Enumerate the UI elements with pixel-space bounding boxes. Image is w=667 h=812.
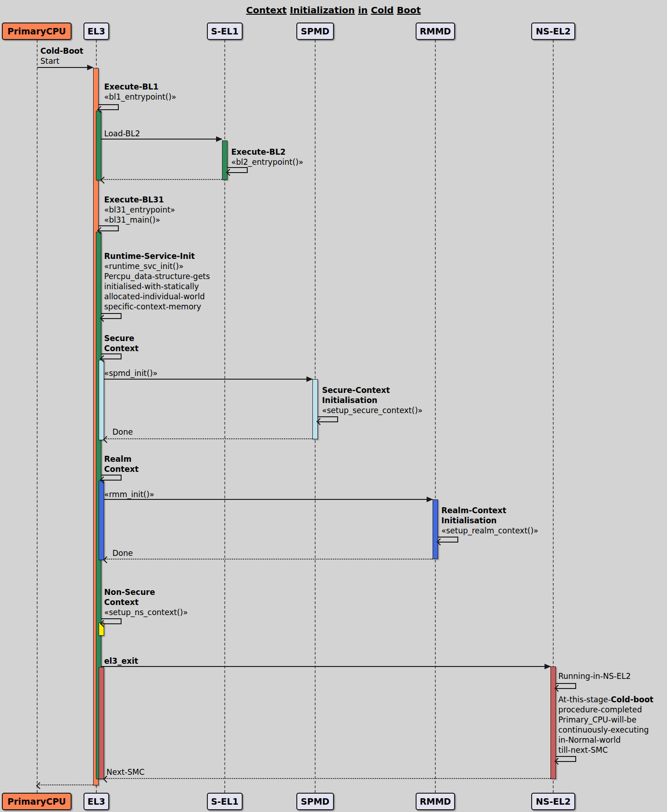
- label-line: Execute-BL2: [231, 147, 303, 157]
- label-line: Percpu_data-structure-gets: [104, 271, 210, 281]
- label-line: Realm: [104, 454, 139, 464]
- arrow-return-to-primarycpu: [37, 784, 93, 785]
- participant-rmmd-top: RMMD: [416, 22, 455, 40]
- selfloop-secure-context-initialisation: [318, 416, 338, 422]
- label-line: Execute-BL1: [104, 82, 176, 92]
- participant-label: NS-EL2: [536, 796, 571, 806]
- lifeline-rmmd: [435, 40, 436, 793]
- label-line: «bl31_entrypoint»: [104, 205, 175, 215]
- participant-primarycpu-bottom: PrimaryCPU: [2, 793, 72, 810]
- participant-label: SPMD: [301, 26, 329, 36]
- label-cold-boot-complete: At-this-stage-Cold-boot procedure-comple…: [558, 694, 653, 755]
- label-line: el3_exit: [104, 656, 138, 666]
- label-line: Context: [104, 597, 188, 607]
- label-realm-context: Realm Context: [104, 454, 139, 474]
- diagram-title: Context Initialization in Cold Boot: [0, 5, 667, 16]
- participant-label: PrimaryCPU: [7, 26, 66, 36]
- label-line: Non-Secure: [104, 587, 188, 597]
- label-non-secure-context: Non-Secure Context «setup_ns_context()»: [104, 587, 188, 617]
- selfloop-execute-bl31: [99, 225, 119, 231]
- lifeline-primarycpu: [37, 40, 38, 793]
- participant-el3-top: EL3: [83, 22, 109, 40]
- selfloop-realm-context: [101, 475, 122, 481]
- selfloop-secure-context: [101, 353, 122, 359]
- participant-label: SPMD: [301, 796, 329, 806]
- label-segment: Cold-boot: [611, 695, 654, 704]
- participant-primarycpu-top: PrimaryCPU: [2, 22, 72, 40]
- participant-label: S-EL1: [211, 796, 239, 806]
- arrow-el3-exit: [101, 666, 550, 667]
- arrow-return-next-smc: [104, 778, 550, 779]
- selfloop-realm-context-initialisation: [438, 537, 458, 543]
- label-secure-context: Secure Context: [104, 333, 139, 353]
- activation-spmd-secure-context: [312, 379, 318, 439]
- participant-label: EL3: [88, 796, 105, 806]
- label-spmd-init: «spmd_init()»: [104, 368, 157, 378]
- label-line: «rmm_init()»: [104, 489, 154, 499]
- participant-label: NS-EL2: [536, 26, 571, 36]
- participant-s-el1-top: S-EL1: [207, 22, 243, 40]
- label-line: Execute-BL31: [104, 195, 175, 205]
- arrow-return-done-rmmd: [104, 559, 433, 560]
- label-line: initialised-with-statically: [104, 281, 210, 291]
- label-line: Context: [104, 464, 139, 474]
- label-el3-exit: el3_exit: [104, 656, 138, 666]
- selfloop-runtime-service-init: [101, 313, 122, 319]
- label-line: Primary_CPU-will-be: [558, 715, 653, 725]
- arrow-rmm-init: [104, 499, 433, 500]
- selfloop-non-secure-context: [101, 618, 122, 624]
- label-line: «setup_realm_context()»: [441, 526, 538, 536]
- label-secure-context-initialisation: Secure-Context Initialisation «setup_sec…: [322, 385, 422, 415]
- label-line: allocated-individual-world: [104, 291, 210, 302]
- label-line: Load-BL2: [104, 129, 140, 139]
- label-line: continuously-executing: [558, 725, 653, 735]
- label-done-secure: Done: [112, 427, 133, 437]
- selfloop-running-in-ns-el2: [556, 683, 576, 689]
- label-line: Context: [104, 343, 139, 353]
- label-realm-context-initialisation: Realm-Context Initialisation «setup_real…: [441, 505, 538, 536]
- label-execute-bl1: Execute-BL1 «bl1_entrypoint()»: [104, 82, 176, 102]
- arrow-cold-boot-start: [37, 67, 93, 68]
- label-line: specific-context-memory: [104, 302, 210, 312]
- label-line: till-next-SMC: [558, 745, 653, 755]
- label-line: «bl1_entrypoint()»: [104, 92, 176, 102]
- label-line: procedure-completed: [558, 705, 653, 715]
- label-line: «runtime_svc_init()»: [104, 261, 210, 271]
- label-line: Realm-Context: [441, 505, 538, 515]
- participant-spmd-bottom: SPMD: [296, 793, 334, 810]
- activation-el3-realm-context: [99, 481, 104, 560]
- arrow-load-bl2: [101, 139, 222, 140]
- label-line: Initialisation: [322, 395, 422, 405]
- arrow-return-done-spmd: [104, 438, 312, 439]
- participant-ns-el2-bottom: NS-EL2: [531, 793, 575, 810]
- label-segment: At-this-stage-: [558, 695, 611, 704]
- label-line: Secure-Context: [322, 385, 422, 395]
- label-line: Cold-Boot: [40, 46, 83, 56]
- label-line: At-this-stage-Cold-boot: [558, 694, 653, 705]
- label-line: «bl2_entrypoint()»: [231, 157, 303, 167]
- participant-label: S-EL1: [211, 26, 239, 36]
- label-rmm-init: «rmm_init()»: [104, 489, 154, 499]
- label-execute-bl2: Execute-BL2 «bl2_entrypoint()»: [231, 147, 303, 167]
- label-execute-bl31: Execute-BL31 «bl31_entrypoint» «bl31_mai…: [104, 195, 175, 225]
- label-cold-boot-start: Cold-Boot Start: [40, 46, 83, 66]
- label-running-in-ns-el2: Running-in-NS-EL2: [558, 671, 631, 681]
- label-line: in-Normal-world: [558, 735, 653, 745]
- participant-label: RMMD: [420, 796, 451, 806]
- label-line: Running-in-NS-EL2: [558, 671, 631, 681]
- participant-el3-bottom: EL3: [83, 793, 109, 810]
- label-line: Done: [112, 427, 133, 437]
- label-line: Done: [112, 548, 133, 558]
- selfloop-cold-boot-complete: [556, 756, 576, 762]
- activation-rmmd-realm-context: [433, 499, 438, 559]
- selfloop-execute-bl2: [228, 167, 248, 173]
- label-line: «setup_secure_context()»: [322, 405, 422, 415]
- label-line: «bl31_main()»: [104, 215, 175, 225]
- participant-ns-el2-top: NS-EL2: [531, 22, 575, 40]
- label-line: «setup_ns_context()»: [104, 607, 188, 617]
- participant-spmd-top: SPMD: [296, 22, 334, 40]
- arrow-return-bl2-done: [101, 179, 222, 180]
- label-line: Secure: [104, 333, 139, 343]
- label-line: Initialisation: [441, 515, 538, 526]
- label-line: Start: [40, 56, 83, 66]
